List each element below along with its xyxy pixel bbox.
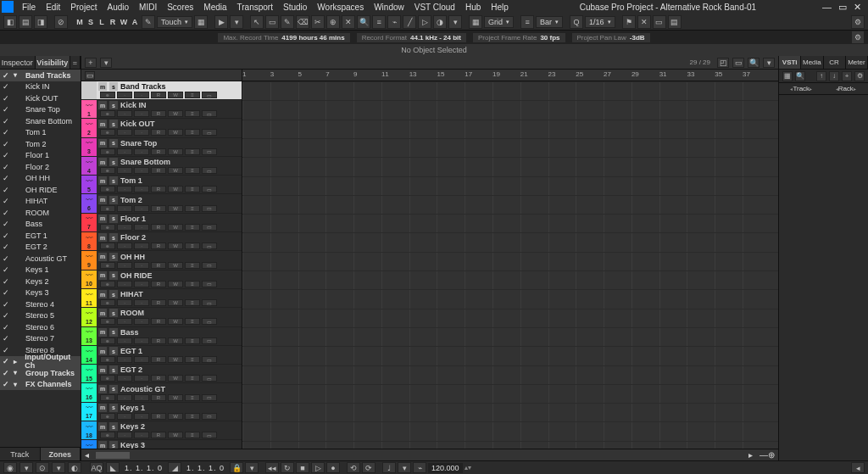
track-header[interactable]: 〰16msAcoustic GTe··RW≡▭ xyxy=(81,383,242,402)
track-ctrl[interactable]: · xyxy=(134,110,149,117)
close-button[interactable]: ✕ xyxy=(854,2,861,13)
metronome-menu[interactable]: ▾ xyxy=(398,462,411,473)
track-ctrl[interactable]: R xyxy=(151,413,166,420)
track-ctrl[interactable]: · xyxy=(117,432,132,438)
track-ctrl[interactable]: ≡ xyxy=(185,186,200,192)
right-tab-cr[interactable]: CR xyxy=(824,56,846,69)
visibility-item[interactable]: ✓Floor 2 xyxy=(0,161,81,173)
track-header[interactable]: 〰5msTom 1e··RW≡▭ xyxy=(81,176,242,194)
track-ctrl[interactable]: W xyxy=(168,148,183,155)
mute-button[interactable]: m xyxy=(98,422,107,431)
track-ctrl[interactable]: e xyxy=(100,394,115,401)
track-ctrl[interactable]: · xyxy=(134,243,149,249)
state-m[interactable]: M xyxy=(75,16,85,28)
transport-punch-menu[interactable]: ▾ xyxy=(52,462,65,473)
track-ctrl[interactable]: · xyxy=(134,224,149,231)
menu-workspaces[interactable]: Workspaces xyxy=(312,3,369,12)
track-ctrl[interactable]: e xyxy=(100,167,115,174)
left-locator-display[interactable]: 1. 1. 1. 0 xyxy=(121,464,166,472)
track-ctrl[interactable]: ▭ xyxy=(202,186,217,192)
track-ctrl[interactable]: e xyxy=(100,110,115,117)
solo-button[interactable]: s xyxy=(109,347,118,355)
visibility-item[interactable]: ✓Stereo 4 xyxy=(0,298,81,310)
track-header[interactable]: 〰15msEGT 2e··RW≡▭ xyxy=(81,365,242,383)
track-ctrl[interactable]: ▭ xyxy=(202,281,217,287)
tab-inspector[interactable]: Inspector xyxy=(0,56,36,69)
solo-button[interactable]: s xyxy=(109,101,118,109)
track-header[interactable]: 〰13msBasse··RW≡▭ xyxy=(81,327,242,346)
track-ctrl[interactable]: ≡ xyxy=(185,224,200,231)
right-tab-meter[interactable]: Meter xyxy=(846,56,868,69)
automation-mode-dropdown[interactable]: Touch xyxy=(157,16,192,28)
track-ctrl[interactable]: · xyxy=(134,262,149,269)
menu-transport[interactable]: Transport xyxy=(232,3,278,12)
state-a[interactable]: A xyxy=(130,16,140,28)
marker-button[interactable]: ⚑ xyxy=(622,15,636,29)
track-ctrl[interactable]: ≡ xyxy=(185,375,200,382)
solo-button[interactable]: s xyxy=(109,139,118,148)
track-ctrl[interactable]: · xyxy=(134,356,149,363)
col-track[interactable]: Track xyxy=(779,83,824,94)
transport-settings[interactable]: ◂ xyxy=(851,462,865,473)
vsti-rack-button[interactable]: ▦ xyxy=(782,71,793,81)
track-ctrl[interactable]: · xyxy=(117,299,132,306)
track-ctrl[interactable]: ▭ xyxy=(202,262,217,269)
track-ctrl[interactable]: e xyxy=(100,243,115,249)
menu-edit[interactable]: Edit xyxy=(41,3,65,12)
visibility-item[interactable]: ✓HIHAT xyxy=(0,196,81,208)
solo-button[interactable]: s xyxy=(109,309,118,317)
visibility-item[interactable]: ✓▸Input/Output Ch xyxy=(0,356,81,368)
track-ctrl[interactable]: · xyxy=(134,129,149,136)
transport-punch[interactable]: ⊙ xyxy=(36,462,49,473)
track-ctrl[interactable]: ▭ xyxy=(202,129,217,136)
track-ctrl[interactable]: · xyxy=(134,337,149,344)
solo-button[interactable]: s xyxy=(109,176,118,185)
track-ctrl[interactable]: R xyxy=(151,129,166,136)
track-header[interactable]: 〰10msOH RIDEe··RW≡▭ xyxy=(81,270,242,289)
track-ctrl[interactable]: · xyxy=(134,375,149,382)
visibility-item[interactable]: ✓Kick OUT xyxy=(0,92,81,104)
tempo-track-button[interactable]: ⌁ xyxy=(413,462,426,473)
track-ctrl[interactable]: W xyxy=(168,375,183,382)
visibility-item[interactable]: ✓Acoustic GT xyxy=(0,253,81,265)
track-header[interactable]: 〰2msKick OUTe··RW≡▭ xyxy=(81,119,242,137)
track-ctrl[interactable]: e xyxy=(100,432,115,438)
solo-button[interactable]: s xyxy=(109,290,118,298)
state-l[interactable]: L xyxy=(97,16,107,28)
track-ctrl[interactable]: · xyxy=(117,167,132,174)
track-ctrl[interactable]: e xyxy=(100,224,115,231)
open-panel[interactable]: ▭ xyxy=(653,15,666,29)
menu-midi[interactable]: MIDI xyxy=(134,3,162,12)
mute-button[interactable]: m xyxy=(98,139,107,148)
tempo-display[interactable]: 120.000 xyxy=(428,463,463,473)
track-ctrl[interactable]: W xyxy=(168,413,183,420)
track-ctrl[interactable]: · xyxy=(117,224,132,231)
panel-bottom-toggle[interactable]: ▤ xyxy=(19,15,32,29)
track-header[interactable]: 〰4msSnare Bottome··RW≡▭ xyxy=(81,157,242,176)
tool-warp[interactable]: ⌁ xyxy=(387,15,401,29)
solo-button[interactable]: s xyxy=(109,253,118,261)
minimize-button[interactable]: — xyxy=(822,2,832,13)
track-header[interactable]: 〰6msTom 2e··RW≡▭ xyxy=(81,194,242,213)
aq-button[interactable]: AQ xyxy=(90,462,103,473)
track-ctrl[interactable]: · xyxy=(134,413,149,420)
transport-cycle[interactable]: ↻ xyxy=(281,462,294,473)
track-ctrl[interactable]: e xyxy=(100,148,115,155)
menu-media[interactable]: Media xyxy=(198,3,231,12)
visibility-item[interactable]: ✓OH HH xyxy=(0,173,81,185)
visibility-item[interactable]: ✓Snare Top xyxy=(0,104,81,116)
mute-button[interactable]: m xyxy=(98,120,107,128)
open-right[interactable]: ▤ xyxy=(668,15,682,29)
track-ctrl[interactable]: · xyxy=(134,432,149,438)
menu-window[interactable]: Window xyxy=(369,3,409,12)
col-rack[interactable]: Rack xyxy=(824,83,869,94)
track-ctrl[interactable]: ▭ xyxy=(202,394,217,401)
track-ctrl[interactable]: W xyxy=(168,337,183,344)
track-ctrl[interactable]: e xyxy=(100,375,115,382)
track-ctrl[interactable]: ≡ xyxy=(185,281,200,287)
track-ctrl[interactable]: W xyxy=(168,186,183,192)
mute-button[interactable]: m xyxy=(98,82,107,91)
tool-split[interactable]: ✂ xyxy=(311,15,325,29)
tool-play[interactable]: ▷ xyxy=(418,15,431,29)
track-ctrl[interactable]: W xyxy=(168,129,183,136)
